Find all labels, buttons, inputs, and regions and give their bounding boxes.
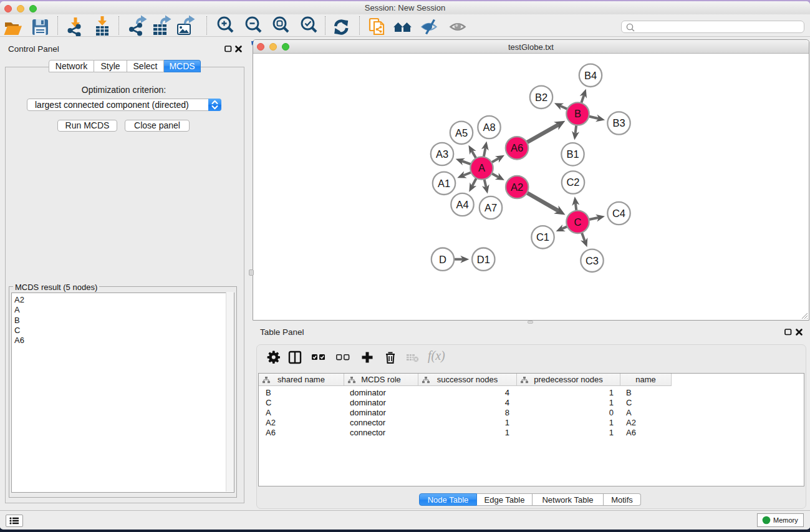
- svg-text:B4: B4: [584, 70, 597, 81]
- svg-text:B1: B1: [566, 148, 579, 160]
- svg-text:A8: A8: [483, 122, 495, 133]
- svg-text:A5: A5: [455, 127, 468, 138]
- svg-text:C: C: [574, 216, 582, 228]
- svg-text:B3: B3: [612, 117, 625, 128]
- svg-text:A: A: [478, 162, 485, 173]
- svg-text:C4: C4: [612, 208, 625, 219]
- svg-text:B2: B2: [535, 92, 547, 103]
- svg-text:C3: C3: [586, 255, 599, 266]
- svg-text:D: D: [439, 254, 446, 265]
- svg-text:A1: A1: [438, 178, 450, 189]
- svg-text:C1: C1: [536, 231, 549, 243]
- svg-text:C2: C2: [566, 177, 579, 188]
- svg-text:A6: A6: [511, 142, 523, 153]
- svg-text:A4: A4: [456, 199, 468, 210]
- svg-text:B: B: [574, 108, 581, 119]
- svg-text:A2: A2: [511, 181, 523, 193]
- svg-text:A3: A3: [436, 148, 448, 160]
- svg-text:A7: A7: [485, 202, 497, 213]
- svg-text:D1: D1: [477, 254, 490, 265]
